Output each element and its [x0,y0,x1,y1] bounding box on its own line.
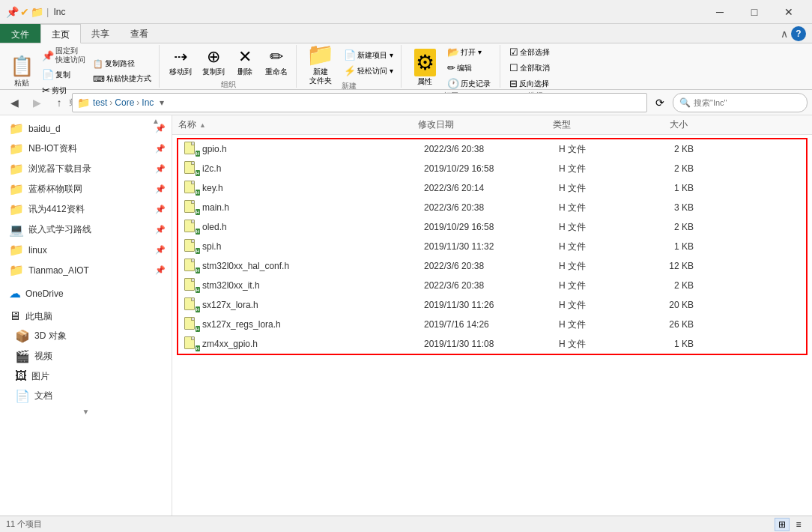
table-row[interactable]: H i2c.h 2019/10/29 16:58 H 文件 2 KB [178,159,806,178]
col-header-name[interactable]: 名称 ▲ [178,118,418,131]
invert-selection-button[interactable]: ⊟ 反向选择 [506,76,565,91]
list-view-button[interactable]: ≡ [791,518,806,531]
file-date: 2022/3/6 20:38 [424,144,559,154]
delete-button[interactable]: ✕ 删除 [231,45,258,79]
tab-view[interactable]: 查看 [120,24,159,43]
sidebar-item-3d[interactable]: 📦 3D 对象 [0,326,172,346]
sidebar-item-videos[interactable]: 🎬 视频 [0,346,172,366]
ribbon-help-icon[interactable]: ? [791,26,806,41]
h-file-icon: H [184,142,198,157]
sidebar-item-documents[interactable]: 📄 文档 [0,386,172,406]
sidebar-item-browser[interactable]: 📁 浏览器下载目录 📌 [0,159,172,179]
file-name: oled.h [202,222,227,232]
file-size: 2 KB [634,163,694,174]
sidebar-item-pictures[interactable]: 🖼 图片 [0,366,172,386]
ribbon-group-select: ☑ 全部选择 ☐ 全部取消 ⊟ 反向选择 选择 [502,45,569,88]
new-item-icon: 📄 [344,49,356,61]
h-file-icon: H [184,161,198,176]
address-part-inc[interactable]: Inc [142,97,154,108]
sidebar-item-lanqiao[interactable]: 📁 蓝桥杯物联网 📌 [0,179,172,199]
title-bar-icon-check: ✔ [20,6,29,18]
ribbon-group-new: 📁 新建文件夹 📄 新建项目 ▾ ⚡ 轻松访问 ▾ 新建 [298,45,402,88]
table-row[interactable]: H oled.h 2019/10/29 16:58 H 文件 2 KB [178,217,806,237]
table-row[interactable]: H sx127x_regs_lora.h 2019/7/16 14:26 H 文… [178,315,806,334]
edit-button[interactable]: ✏ 编辑 [444,61,494,75]
sidebar-item-embedded[interactable]: 💻 嵌入式学习路线 📌 [0,220,172,240]
file-name: key.h [202,183,223,193]
open-button[interactable]: 📂 打开 ▾ [444,45,494,59]
tab-home[interactable]: 主页 [40,24,81,43]
search-bar[interactable]: 🔍 [673,93,808,112]
col-header-type[interactable]: 类型 [553,118,628,131]
address-bar[interactable]: 📁 test › Core › Inc ▾ [72,93,647,112]
file-size: 2 KB [634,222,694,232]
pin-indicator: 📌 [155,184,166,194]
table-row[interactable]: H main.h 2022/3/6 20:38 H 文件 3 KB [178,198,806,217]
col-header-date[interactable]: 修改日期 [418,118,553,131]
file-size: 1 KB [634,241,694,252]
file-type: H 文件 [559,241,634,253]
select-none-button[interactable]: ☐ 全部取消 [506,61,565,75]
rename-button[interactable]: ✏ 重命名 [261,45,291,79]
address-chevron[interactable]: ▾ [160,97,164,108]
sidebar-item-tianmao[interactable]: 📁 Tianmao_AIOT 📌 [0,260,172,280]
refresh-button[interactable]: ⟳ [650,93,670,112]
up-button[interactable]: ↑ [49,93,69,112]
easy-access-button[interactable]: ⚡ 轻松访问 ▾ [341,64,396,78]
table-row[interactable]: H sx127x_lora.h 2019/11/30 11:26 H 文件 20… [178,295,806,315]
new-folder-button[interactable]: 📁 新建文件夹 [303,45,338,81]
tab-share[interactable]: 共享 [81,24,120,43]
sidebar-item-label: baidu_d [28,124,61,134]
move-to-button[interactable]: ⇢ 移动到 [166,45,196,79]
copy-icon: 📄 [42,69,54,80]
paste-shortcut-button[interactable]: ⌨ 粘贴快捷方式 [90,72,154,85]
copy-button[interactable]: 📄 复制 [39,67,88,82]
address-sep-1: › [109,97,112,108]
paste-button[interactable]: 📋 粘贴 [6,53,37,89]
pin-indicator: 📌 [155,205,166,214]
table-row[interactable]: H spi.h 2019/11/30 11:32 H 文件 1 KB [178,237,806,256]
table-row[interactable]: H zm4xx_gpio.h 2019/11/30 11:08 H 文件 1 K… [178,334,806,354]
copy-path-icon: 📋 [93,59,103,69]
properties-button[interactable]: ⚙ 属性 [408,50,441,86]
col-header-size[interactable]: 大小 [628,118,688,131]
new-item-button[interactable]: 📄 新建项目 ▾ [341,48,396,62]
sidebar-item-xun4412[interactable]: 📁 讯为4412资料 📌 [0,199,172,220]
close-button[interactable]: ✕ [772,0,806,24]
table-row[interactable]: H stm32l0xx_hal_conf.h 2022/3/6 20:38 H … [178,256,806,276]
minimize-button[interactable]: ─ [703,0,737,24]
tab-file[interactable]: 文件 [0,24,40,43]
title-bar-icon-pin: 📌 [6,6,19,18]
forward-button[interactable]: ▶ [27,93,46,112]
title-bar: 📌 ✔ 📁 | Inc ─ □ ✕ [0,0,812,24]
history-button[interactable]: 🕐 历史记录 [444,76,494,91]
detail-view-button[interactable]: ⊞ [775,518,790,531]
sidebar-item-baidu[interactable]: 📁 baidu_d 📌 [0,118,172,139]
select-all-button[interactable]: ☑ 全部选择 [506,45,565,59]
table-row[interactable]: H key.h 2022/3/6 20:14 H 文件 1 KB [178,178,806,198]
table-row[interactable]: H stm32l0xx_it.h 2022/3/6 20:38 H 文件 2 K… [178,276,806,295]
nav-bar: ◀ ▶ ↑ 📁 test › Core › Inc ▾ ⟳ 🔍 [0,90,812,115]
pin-button[interactable]: 📌 固定到快速访问 [39,45,88,66]
copy-to-button[interactable]: ⊕ 复制到 [199,45,228,79]
file-name: sx127x_regs_lora.h [202,319,281,330]
back-button[interactable]: ◀ [4,93,24,112]
folder-icon: 📁 [9,162,24,176]
copy-path-button[interactable]: 📋 复制路径 [90,57,154,70]
sidebar-item-onedrive[interactable]: ☁ OneDrive [0,283,172,303]
sidebar-item-nb-iot[interactable]: 📁 NB-IOT资料 📌 [0,139,172,159]
address-part-core[interactable]: Core [115,97,134,108]
sidebar-item-label: OneDrive [25,288,64,299]
sidebar-item-linux[interactable]: 📁 linux 📌 [0,240,172,260]
scroll-down-indicator: ▼ [0,406,172,417]
ribbon-collapse-icon[interactable]: ∧ [781,28,788,40]
address-part-test[interactable]: test [93,97,107,108]
search-input[interactable] [694,98,791,107]
sidebar-item-thispc[interactable]: 🖥 此电脑 [0,306,172,326]
folder-icon: 📁 [9,243,24,257]
table-row[interactable]: H gpio.h 2022/3/6 20:38 H 文件 2 KB [178,139,806,159]
file-name: gpio.h [202,144,227,154]
sidebar-item-label: linux [28,245,47,256]
file-type: H 文件 [559,202,634,214]
maximize-button[interactable]: □ [737,0,772,24]
